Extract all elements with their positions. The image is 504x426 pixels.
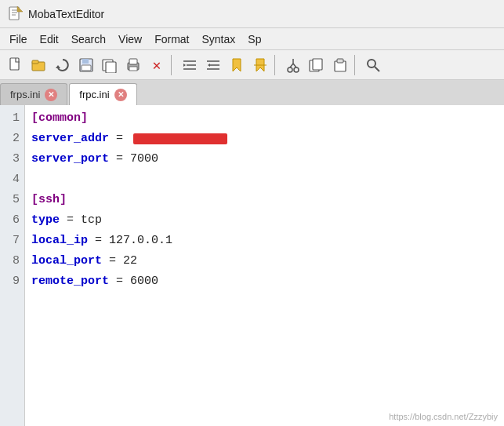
tab-frps-label: frps.ini <box>10 89 40 100</box>
reload-button[interactable] <box>52 54 74 76</box>
app-title: MobaTextEditor <box>28 8 104 20</box>
editor-area: 1 2 3 4 5 6 7 8 9 [common] server_addr =… <box>0 105 504 426</box>
tab-frpc-close[interactable]: ✕ <box>114 89 127 101</box>
menu-bar: File Edit Search View Format Syntax Sp <box>0 28 504 50</box>
menu-view[interactable]: View <box>112 31 148 47</box>
copy-button[interactable] <box>306 54 328 76</box>
svg-point-37 <box>368 60 375 67</box>
svg-marker-8 <box>56 65 60 68</box>
svg-marker-24 <box>208 64 210 67</box>
svg-rect-34 <box>313 59 322 70</box>
svg-marker-25 <box>233 59 241 71</box>
svg-rect-5 <box>10 58 19 70</box>
save-button[interactable] <box>75 54 97 76</box>
key-server-addr: server_addr <box>31 129 109 149</box>
line-7: local_ip = 127.0.0.1 <box>31 231 498 251</box>
section-ssh: [ssh] <box>31 190 67 210</box>
menu-file[interactable]: File <box>3 31 34 47</box>
svg-rect-36 <box>337 59 343 63</box>
watermark: https://blog.csdn.net/Zzzybiy <box>389 412 498 421</box>
svg-line-38 <box>375 67 379 71</box>
tab-frpc-label: frpc.ini <box>79 89 109 100</box>
search-toolbar-button[interactable] <box>362 54 384 76</box>
line-numbers: 1 2 3 4 5 6 7 8 9 <box>0 105 25 426</box>
line-4 <box>31 169 498 190</box>
svg-rect-11 <box>82 65 91 71</box>
key-server-port: server_port <box>31 149 109 169</box>
separator-3 <box>354 55 359 75</box>
paste-button[interactable] <box>329 54 351 76</box>
line-6: type = tcp <box>31 210 498 231</box>
svg-rect-10 <box>82 59 89 64</box>
cut-button[interactable] <box>282 54 304 76</box>
close-doc-button[interactable]: ✕ <box>146 54 168 76</box>
svg-point-29 <box>294 67 299 72</box>
svg-line-30 <box>290 64 293 67</box>
redacted-value <box>133 133 227 144</box>
svg-marker-20 <box>183 64 186 67</box>
new-file-button[interactable] <box>5 54 27 76</box>
menu-edit[interactable]: Edit <box>34 31 65 47</box>
svg-rect-7 <box>32 60 38 64</box>
svg-marker-4 <box>17 6 23 12</box>
key-type: type <box>31 210 60 231</box>
line-9: remote_port = 6000 <box>31 271 498 292</box>
key-local-port: local_port <box>31 251 102 271</box>
indent-button[interactable] <box>179 54 201 76</box>
tab-frps-ini[interactable]: frps.ini ✕ <box>0 83 67 105</box>
menu-search[interactable]: Search <box>65 31 112 47</box>
line-8: local_port = 22 <box>31 251 498 271</box>
line-5: [ssh] <box>31 190 498 210</box>
svg-rect-16 <box>129 67 137 71</box>
menu-format[interactable]: Format <box>148 31 195 47</box>
outdent-button[interactable] <box>202 54 224 76</box>
toolbar: ✕ <box>0 50 504 80</box>
line-3: server_port = 7000 <box>31 149 498 169</box>
svg-rect-15 <box>129 59 137 64</box>
key-remote-port: remote_port <box>31 271 109 292</box>
key-local-ip: local_ip <box>31 231 88 251</box>
line-1: [common] <box>31 108 498 129</box>
print-button[interactable] <box>122 54 144 76</box>
title-bar: MobaTextEditor <box>0 0 504 28</box>
save-as-button[interactable] <box>99 54 121 76</box>
code-content[interactable]: [common] server_addr = server_port = 700… <box>25 105 504 426</box>
line-2: server_addr = <box>31 129 498 149</box>
svg-line-31 <box>293 64 296 67</box>
svg-point-28 <box>288 67 292 72</box>
bookmark2-button[interactable] <box>249 54 271 76</box>
tab-frps-close[interactable]: ✕ <box>45 89 57 101</box>
tab-frpc-ini[interactable]: frpc.ini ✕ <box>69 83 136 105</box>
separator-1 <box>171 55 176 75</box>
app-icon <box>6 5 24 23</box>
svg-rect-13 <box>106 62 116 73</box>
tabs-bar: frps.ini ✕ frpc.ini ✕ <box>0 80 504 105</box>
menu-sp[interactable]: Sp <box>241 31 267 47</box>
bookmark-button[interactable] <box>226 54 248 76</box>
separator-2 <box>274 55 279 75</box>
open-file-button[interactable] <box>28 54 50 76</box>
menu-syntax[interactable]: Syntax <box>195 31 241 47</box>
section-common: [common] <box>31 108 88 129</box>
